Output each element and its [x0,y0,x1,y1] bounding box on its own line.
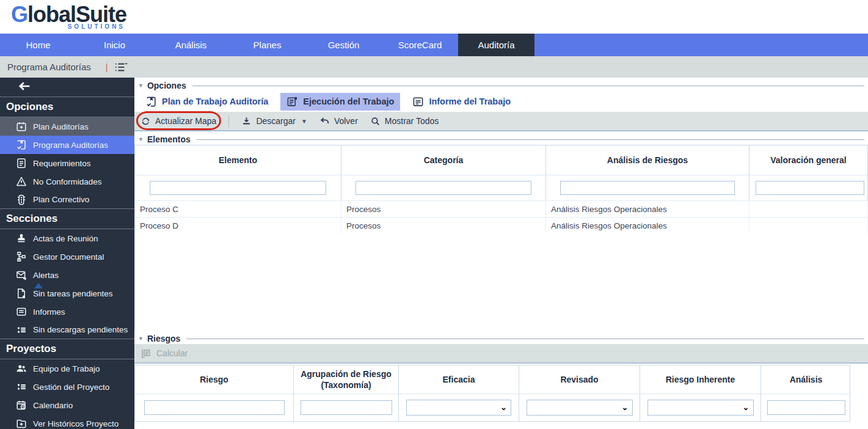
nav-item-scorecard[interactable]: ScoreCard [382,34,458,56]
riesgo-inherente-filter-select[interactable] [647,400,754,416]
chevron-down-icon[interactable]: ▼ [301,118,307,125]
org-chart-icon [16,251,27,262]
descargar-button[interactable]: Descargar ▼ [241,116,307,127]
nav-item-planes[interactable]: Planes [229,34,305,56]
valoracion-general-filter-input[interactable] [756,181,864,195]
column-header-analisis-de-riesgos: Análisis de Riesgos [546,145,749,175]
column-header-riesgo: Riesgo [135,365,294,394]
sidebar-item-no-conformidades[interactable]: No Conformidades [0,172,134,191]
riesgos-toolbar: Calcular [134,344,868,364]
column-header-elemento: Elemento [135,145,341,175]
sidebar-item-plan-auditorias[interactable]: Plan Auditorías [0,117,134,136]
sidebar-item-sin-descargas-pendientes[interactable]: Sin descargas pendientes [0,321,134,339]
table-row-cell[interactable] [749,200,868,217]
opciones-section-header: ▼ Opciones [138,80,864,91]
book-check-icon [16,139,27,150]
list-menu-icon[interactable] [114,62,128,73]
sidebar-item-label: Calendario [33,401,73,410]
sidebar: Opciones Plan Auditorías Programa Audito… [0,78,134,429]
column-header-revisado: Revisado [519,365,640,394]
eficacia-filter-select[interactable] [406,400,511,416]
nav-item-analisis[interactable]: Análisis [153,34,229,56]
riesgo-filter-input[interactable] [144,400,285,415]
mostrar-todos-button[interactable]: Mostrar Todos [370,116,439,127]
table-row-cell[interactable]: Procesos [341,200,546,217]
nav-item-auditoria[interactable]: Auditoría [458,34,534,56]
sidebar-item-requerimientos[interactable]: Requerimientos [0,154,134,172]
sidebar-item-calendario[interactable]: Calendario [0,396,134,414]
filter-cell [135,175,341,200]
report-icon [412,96,424,108]
nav-item-gestion[interactable]: Gestión [305,34,382,56]
sidebar-item-actas-de-reunion[interactable]: Actas de Reunión [0,229,134,248]
sidebar-item-label: No Conformidades [33,177,102,186]
sidebar-item-label: Requerimientos [33,159,91,168]
sidebar-item-label: Ver Históricos Proyecto [33,419,119,428]
sidebar-item-alertas[interactable]: Alertas [0,266,134,284]
column-header-analisis: Análisis [761,365,851,394]
volver-button[interactable]: Volver [319,116,358,127]
section-title-opciones: Opciones [147,81,186,90]
sidebar-item-equipo-de-trabajo[interactable]: Equipo de Trabajo [0,359,134,378]
elementos-table-empty-area [135,233,868,331]
people-icon [16,363,27,374]
categoria-filter-input[interactable] [356,181,531,195]
search-icon [370,116,381,127]
filter-cell [546,175,749,200]
sidebar-item-label: Sin descargas pendientes [33,325,128,334]
sidebar-item-gestor-documental[interactable]: Gestor Documental [0,248,134,266]
collapse-caret-icon[interactable]: ▼ [138,83,144,89]
agrupacion-filter-input[interactable] [301,400,392,415]
table-row-cell[interactable]: Procesos [341,217,546,233]
nav-item-inicio[interactable]: Inicio [76,34,153,56]
column-header-eficacia: Eficacia [399,365,519,394]
tab-informe-del-trabajo[interactable]: Informe del Trabajo [406,93,517,111]
sidebar-item-label: Plan Correctivo [33,195,89,204]
tab-ejecucion-del-trabajo[interactable]: Ejecución del Trabajo [280,93,400,111]
elementos-section-header: ▼ Elementos [138,134,864,145]
table-row-cell[interactable]: Proceso D [135,217,341,233]
sidebar-item-plan-correctivo[interactable]: Plan Correctivo [0,191,134,209]
sidebar-item-label: Actas de Reunión [33,234,98,243]
column-header-valoracion-general: Valoración general [749,145,868,175]
sidebar-item-label: Gestor Documental [33,252,104,262]
audit-tabs: Plan de Trabajo Auditoría Ejecución del … [134,91,868,112]
sidebar-item-label: Plan Auditorías [33,122,89,131]
sidebar-item-sin-tareas-pendientes[interactable]: Sin tareas pendientes [0,284,134,302]
collapse-caret-icon[interactable]: ▼ [138,336,144,342]
tab-plan-de-trabajo-auditoria[interactable]: Plan de Trabajo Auditoría [139,93,274,111]
table-row-cell[interactable]: Proceso C [135,200,341,217]
table-row-cell[interactable] [749,217,868,233]
toolbar-separator [228,115,229,127]
toolbar-button-label: Calcular [156,348,188,358]
collapse-caret-icon[interactable]: ▼ [138,137,144,142]
filter-cell: ⌄ [519,394,640,421]
revisado-filter-select[interactable] [527,400,633,416]
sidebar-section-secciones: Secciones [0,209,134,229]
globalsuite-logo: GlobalSuite SOLUTIONS [11,4,126,30]
analisis-filter-input[interactable] [767,400,845,415]
calculate-icon [140,348,151,359]
sidebar-item-gestion-del-proyecto[interactable]: Gestión del Proyecto [0,378,134,396]
analisis-riesgos-filter-input[interactable] [560,181,735,195]
calcular-button-disabled[interactable]: Calcular [140,348,188,359]
sidebar-item-informes[interactable]: Informes [0,302,134,321]
breadcrumb-separator: | [106,62,108,72]
sidebar-collapse-button[interactable] [0,78,134,97]
sidebar-item-ver-historicos-proyecto[interactable]: Ver Históricos Proyecto [0,414,134,429]
sidebar-item-programa-auditorias[interactable]: Programa Auditorías [0,136,134,154]
filter-cell [135,394,294,421]
book-check-icon [145,96,157,108]
top-nav: Home Inicio Análisis Planes Gestión Scor… [0,34,868,56]
actualizar-mapa-button[interactable]: Actualizar Mapa [140,116,216,127]
table-row-cell[interactable]: Análisis Riesgos Operacionales [546,200,749,217]
nav-item-home[interactable]: Home [0,34,76,56]
table-row-cell[interactable]: Análisis Riesgos Operacionales [546,217,749,233]
sidebar-item-label: Gestión del Proyecto [33,383,109,392]
toolbar-button-label: Descargar [256,116,296,126]
elemento-filter-input[interactable] [150,181,327,195]
filter-cell [294,394,399,421]
refresh-icon [140,116,151,127]
filter-cell: ⌄ [640,394,761,421]
mail-arrow-icon [16,270,27,280]
